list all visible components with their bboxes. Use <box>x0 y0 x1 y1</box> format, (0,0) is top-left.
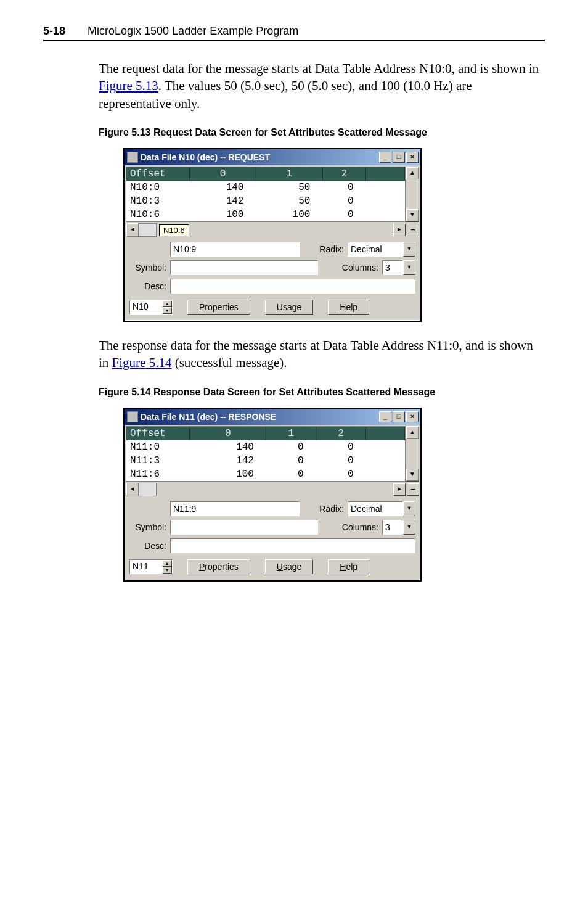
vertical-scrollbar[interactable]: ▲ ▼ <box>406 167 419 222</box>
usage-label: sage <box>283 302 301 312</box>
cell: 0 <box>316 454 366 467</box>
vertical-scrollbar[interactable]: ▲ ▼ <box>406 426 419 482</box>
cell: 140 <box>190 181 256 194</box>
cell: 100 <box>256 208 322 221</box>
minimize-button[interactable]: _ <box>379 152 391 163</box>
symbol-input[interactable] <box>170 520 318 535</box>
header-title: MicroLogix 1500 Ladder Example Program <box>88 25 298 38</box>
horizontal-scrollbar[interactable]: ◄ <box>126 223 157 237</box>
grid-row[interactable]: N10:0 140 50 0 <box>126 181 405 194</box>
columns-dropdown[interactable]: 3 ▼ <box>382 260 415 275</box>
col-offset: Offset <box>126 427 190 440</box>
minimize-button[interactable]: _ <box>379 411 391 422</box>
cell: 0 <box>266 454 316 467</box>
horizontal-scrollbar[interactable]: ◄ <box>126 483 157 496</box>
scroll-down-icon[interactable]: ▼ <box>406 469 419 481</box>
scroll-down-icon[interactable]: ▼ <box>406 209 419 221</box>
scroll-right-icon[interactable]: ► <box>393 224 406 236</box>
collapse-button[interactable]: – <box>407 483 419 496</box>
symbol-label: Symbol: <box>129 263 166 273</box>
columns-label: Columns: <box>342 522 378 532</box>
paragraph1-pre: The request data for the message starts … <box>99 61 539 76</box>
radix-dropdown[interactable]: Decimal ▼ <box>348 501 415 516</box>
file-icon <box>127 152 138 163</box>
scroll-right-icon[interactable]: ► <box>393 483 406 496</box>
page-number: 5-18 <box>43 25 65 38</box>
help-button[interactable]: Help <box>328 559 369 574</box>
scroll-up-icon[interactable]: ▲ <box>406 427 419 439</box>
chevron-down-icon[interactable]: ▼ <box>403 260 415 275</box>
cell-offset: N11:3 <box>126 454 190 467</box>
spin-down-icon[interactable]: ▼ <box>162 567 172 574</box>
desc-label: Desc: <box>129 541 166 551</box>
desc-input[interactable] <box>170 279 415 294</box>
scroll-left-icon[interactable]: ◄ <box>126 483 139 496</box>
paragraph-intro: The request data for the message starts … <box>99 60 545 112</box>
col-1: 1 <box>266 427 316 440</box>
titlebar: Data File N10 (dec) -- REQUEST _ □ × <box>125 149 420 165</box>
symbol-input[interactable] <box>170 260 318 275</box>
cell: 50 <box>256 194 322 208</box>
desc-label: Desc: <box>129 281 166 291</box>
help-button[interactable]: Help <box>328 300 369 315</box>
window-title: Data File N11 (dec) -- RESPONSE <box>141 412 379 422</box>
desc-input[interactable] <box>170 538 415 553</box>
col-blank <box>366 167 405 181</box>
grid-row[interactable]: N11:6 100 0 0 <box>126 467 405 481</box>
spin-up-icon[interactable]: ▲ <box>162 300 172 307</box>
paragraph-response: The response data for the message starts… <box>99 337 545 372</box>
radix-dropdown[interactable]: Decimal ▼ <box>348 242 415 257</box>
chevron-down-icon[interactable]: ▼ <box>403 520 415 535</box>
cell: 0 <box>316 440 366 454</box>
collapse-button[interactable]: – <box>407 224 419 236</box>
grid-row[interactable]: N11:3 142 0 0 <box>126 454 405 467</box>
titlebar: Data File N11 (dec) -- RESPONSE _ □ × <box>125 409 420 425</box>
spin-down-icon[interactable]: ▼ <box>162 307 172 314</box>
usage-label: sage <box>283 562 301 572</box>
col-offset: Offset <box>126 167 190 181</box>
paragraph2-post: (successful message). <box>171 355 287 370</box>
grid-header-row: Offset 0 1 2 <box>126 167 405 181</box>
properties-button[interactable]: Properties <box>187 300 250 315</box>
close-button[interactable]: × <box>406 411 419 422</box>
grid-row[interactable]: N10:3 142 50 0 <box>126 194 405 208</box>
col-blank <box>366 427 405 440</box>
data-grid: Offset 0 1 2 N11:0 140 0 0 N11:3 <box>126 426 406 482</box>
address-input[interactable]: N10:9 <box>170 242 300 257</box>
window-title: Data File N10 (dec) -- REQUEST <box>141 152 379 162</box>
file-spinner[interactable]: N10 ▲ ▼ <box>129 300 173 315</box>
spin-up-icon[interactable]: ▲ <box>162 560 172 567</box>
cell: 0 <box>322 181 365 194</box>
cell-offset: N11:6 <box>126 467 190 481</box>
chevron-down-icon[interactable]: ▼ <box>403 242 415 257</box>
col-2: 2 <box>316 427 366 440</box>
maximize-button[interactable]: □ <box>393 152 405 163</box>
grid-row[interactable]: N10:6 100 100 0 <box>126 208 405 221</box>
radix-label: Radix: <box>319 244 344 254</box>
col-1: 1 <box>256 167 322 181</box>
dialog-response: Data File N11 (dec) -- RESPONSE _ □ × Of… <box>123 408 422 582</box>
grid-header-row: Offset 0 1 2 <box>126 427 405 440</box>
address-input[interactable]: N11:9 <box>170 501 300 516</box>
usage-button[interactable]: Usage <box>265 300 313 315</box>
chevron-down-icon[interactable]: ▼ <box>403 501 415 516</box>
usage-button[interactable]: Usage <box>265 559 313 574</box>
cell: 100 <box>190 208 256 221</box>
file-spinner[interactable]: N11 ▲ ▼ <box>129 559 173 574</box>
scroll-left-icon[interactable]: ◄ <box>126 223 139 237</box>
cell: 140 <box>190 440 266 454</box>
help-label: elp <box>346 302 357 312</box>
cell-offset: N10:6 <box>126 208 190 221</box>
columns-dropdown[interactable]: 3 ▼ <box>382 520 415 535</box>
close-button[interactable]: × <box>406 152 419 163</box>
page-header: 5-18 MicroLogix 1500 Ladder Example Prog… <box>43 25 545 41</box>
maximize-button[interactable]: □ <box>393 411 405 422</box>
figure-link-514[interactable]: Figure 5.14 <box>112 355 172 370</box>
properties-button[interactable]: Properties <box>187 559 250 574</box>
figure-link-513[interactable]: Figure 5.13 <box>99 78 158 93</box>
cell-offset: N10:3 <box>126 194 190 208</box>
grid-row[interactable]: N11:0 140 0 0 <box>126 440 405 454</box>
cell: 142 <box>190 454 266 467</box>
scroll-up-icon[interactable]: ▲ <box>406 167 419 179</box>
col-0: 0 <box>190 427 266 440</box>
